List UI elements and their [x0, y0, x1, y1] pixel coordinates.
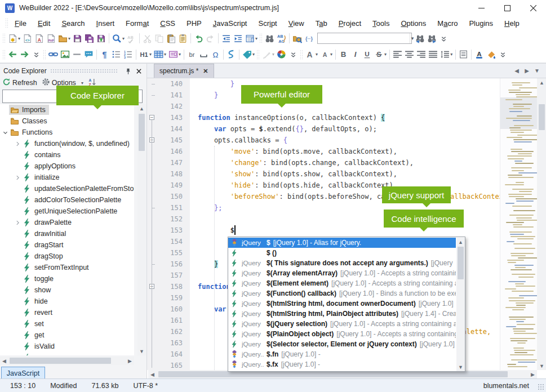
- line-number[interactable]: 158–: [147, 281, 190, 292]
- tree-item-dragstop[interactable]: dragStop: [0, 251, 134, 262]
- autocomplete-item[interactable]: jQuery$(Element element)[jQuery 1.0] - A…: [228, 278, 456, 288]
- toolbar-overflow-icon[interactable]: [287, 48, 299, 61]
- increase-font-button[interactable]: A▾: [304, 48, 319, 61]
- save-all-button[interactable]: [83, 32, 95, 45]
- autocomplete-item[interactable]: $ (): [228, 248, 456, 258]
- back-button[interactable]: [7, 48, 19, 61]
- line-number[interactable]: 141: [147, 90, 190, 101]
- menu-item-help[interactable]: Help: [499, 17, 525, 29]
- insert-link-button[interactable]: [47, 48, 59, 61]
- options-caret-icon[interactable]: ▾: [81, 81, 83, 86]
- open-file-button[interactable]: ▾: [57, 32, 72, 45]
- paste-button[interactable]: [165, 32, 177, 45]
- line-number[interactable]: 143–: [147, 112, 190, 123]
- dropdown-caret-icon[interactable]: ▾: [68, 36, 70, 41]
- tree-item-applyoptions[interactable]: applyOptions: [0, 161, 134, 172]
- redo-button[interactable]: [205, 32, 216, 45]
- heading-button[interactable]: H1▾: [138, 48, 153, 61]
- code-line-150[interactable]: 'beforeShow': bind(opts.beforeShow, call…: [190, 191, 500, 202]
- decrease-font-button[interactable]: A▾: [319, 48, 334, 61]
- line-number[interactable]: 155: [147, 247, 190, 259]
- minimize-button[interactable]: [468, 0, 494, 16]
- chevron-down-icon[interactable]: [1, 130, 9, 136]
- autocomplete-item[interactable]: jQuery$(Selector selector, Element or jQ…: [228, 339, 456, 349]
- new-web-document-button[interactable]: <>: [21, 32, 33, 45]
- dropdown-caret-icon[interactable]: ▾: [316, 52, 318, 57]
- tab-list-icon[interactable]: ▼: [532, 68, 542, 74]
- insert-image-button[interactable]: [59, 48, 71, 61]
- autocomplete-item[interactable]: jQuery$(PlainObject object)[jQuery 1.0] …: [228, 329, 456, 339]
- tree-item-hide[interactable]: hide: [0, 296, 134, 307]
- dropdown-caret-icon[interactable]: ▾: [255, 36, 258, 41]
- line-number[interactable]: 140: [147, 78, 190, 90]
- line-break-button[interactable]: br: [186, 48, 198, 61]
- code-line-142[interactable]: [190, 101, 500, 112]
- copy-button[interactable]: [153, 32, 165, 45]
- dropdown-caret-icon[interactable]: ▾: [179, 52, 181, 57]
- document-view-button[interactable]: ▾: [244, 32, 259, 45]
- tree-item-contains[interactable]: contains: [0, 149, 134, 161]
- editor-vertical-scrollbar[interactable]: ▲ ▼: [537, 78, 546, 370]
- line-number[interactable]: 153: [147, 225, 190, 236]
- tree-item-getuniqueselectionpalette[interactable]: getUniqueSelectionPalette: [0, 206, 134, 217]
- increase-indent-button[interactable]: [232, 32, 244, 45]
- line-number[interactable]: 160: [147, 304, 190, 315]
- menu-item-tab[interactable]: Tab: [310, 17, 333, 29]
- line-number[interactable]: 146: [147, 146, 190, 157]
- align-right-button[interactable]: [415, 48, 427, 61]
- forward-button[interactable]: [19, 48, 30, 61]
- autocomplete-item[interactable]: jQuery..$.fx[jQuery 1.0] -: [228, 359, 456, 369]
- insert-script-button[interactable]: [225, 48, 237, 61]
- underline-button[interactable]: U: [361, 48, 373, 61]
- menu-item-options[interactable]: Options: [395, 17, 432, 29]
- chevron-right-icon[interactable]: [14, 141, 21, 147]
- line-number[interactable]: 154: [147, 236, 190, 247]
- line-number[interactable]: 163: [147, 337, 190, 349]
- close-button[interactable]: [520, 0, 546, 16]
- tree-item-setfromtextinput[interactable]: setFromTextInput: [0, 262, 134, 273]
- line-number[interactable]: 156: [147, 259, 190, 270]
- align-justify-button[interactable]: [427, 48, 439, 61]
- line-number[interactable]: 149: [147, 180, 190, 191]
- line-number[interactable]: 144: [147, 123, 190, 135]
- autocomplete-item[interactable]: jQuery$(Array elementArray)[jQuery 1.0] …: [228, 268, 456, 278]
- tab-scroll-right-icon[interactable]: ▶: [522, 68, 532, 74]
- tree-item-updateselectionpalettefromstorag[interactable]: updateSelectionPaletteFromStorag: [0, 183, 134, 194]
- find-input[interactable]: [318, 33, 410, 43]
- popup-scrollbar[interactable]: ▲ ▼: [456, 238, 465, 371]
- cut-button[interactable]: [141, 32, 153, 45]
- find-previous-button[interactable]: [414, 32, 426, 45]
- autocomplete-item[interactable]: jQuery$(jQuery selection)[jQuery 1.0] - …: [228, 319, 456, 329]
- line-number[interactable]: 157: [147, 270, 190, 281]
- dropdown-caret-icon[interactable]: ▾: [122, 36, 125, 41]
- insert-tag-button[interactable]: ▾: [241, 48, 256, 61]
- save-and-upload-button[interactable]: [95, 32, 107, 45]
- format-painter-button[interactable]: ▾: [261, 48, 276, 61]
- menu-item-plugins[interactable]: Plugins: [463, 17, 499, 29]
- tree-item-get[interactable]: get: [0, 329, 134, 341]
- tab-close-icon[interactable]: ✕: [203, 68, 208, 75]
- line-number[interactable]: 159: [147, 292, 190, 304]
- find-combobox[interactable]: ▼: [317, 33, 412, 44]
- autocomplete-item[interactable]: jQuery$(Function() callback)[jQuery 1.0]…: [228, 288, 456, 299]
- menu-item-insert[interactable]: Insert: [91, 17, 121, 29]
- find-in-files-button[interactable]: [291, 32, 303, 45]
- strikethrough-button[interactable]: S▾: [373, 48, 388, 61]
- tree-item-partial[interactable]: [0, 352, 134, 355]
- tree-item-toggle[interactable]: toggle: [0, 273, 134, 284]
- dropdown-caret-icon[interactable]: ▾: [149, 52, 152, 57]
- menu-item-css[interactable]: CSS: [154, 17, 181, 29]
- regex-button[interactable]: {··}: [303, 32, 315, 45]
- menu-item-search[interactable]: Search: [56, 17, 90, 29]
- tab-spectrum-js[interactable]: spectrum.js * ✕: [154, 64, 214, 78]
- search-button[interactable]: ▾: [111, 32, 126, 45]
- autocomplete-item-selected[interactable]: jQuery$[jQuery 1.0] - Alias for jQuery.: [228, 238, 456, 248]
- clipboard-button[interactable]: [177, 32, 189, 45]
- line-number[interactable]: 152: [147, 213, 190, 225]
- tree-item-dragstart[interactable]: dragStart: [0, 239, 134, 251]
- code-line-140[interactable]: }: [190, 78, 500, 90]
- tree-vertical-scrollbar[interactable]: ▲ ▼: [137, 104, 146, 355]
- dropdown-caret-icon[interactable]: ▾: [384, 52, 387, 57]
- autocomplete-item[interactable]: jQuery$(htmlString html, PlainObject att…: [228, 309, 456, 319]
- toolbar-overflow-icon[interactable]: [30, 48, 42, 61]
